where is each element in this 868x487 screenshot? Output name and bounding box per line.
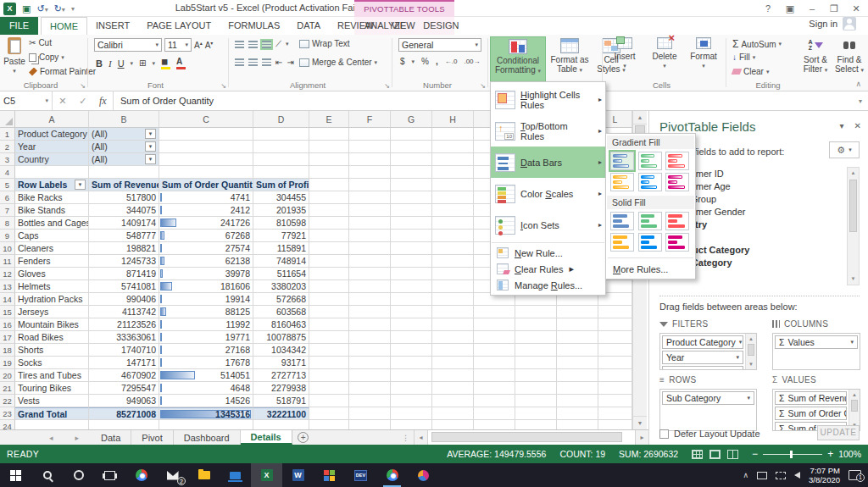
shrink-font-icon[interactable]: A▾ [205, 40, 214, 50]
cell[interactable] [557, 357, 598, 369]
cell[interactable] [391, 141, 432, 153]
autosum-button[interactable]: ΣAutoSum▾ [732, 38, 782, 50]
solid-databar-swatch-3[interactable] [610, 233, 634, 252]
cell[interactable] [432, 204, 474, 217]
zoom-out-icon[interactable]: − [752, 448, 758, 460]
cell[interactable] [557, 369, 598, 382]
cell[interactable] [432, 395, 474, 407]
cell[interactable] [515, 357, 557, 369]
cell[interactable]: Helmets [15, 280, 89, 293]
expand-formula-bar-icon[interactable]: ▾ [853, 91, 868, 110]
comma-style-icon[interactable]: , [436, 57, 438, 66]
cell[interactable] [598, 357, 632, 369]
cell[interactable] [309, 255, 349, 268]
cell[interactable]: Country [15, 153, 89, 166]
values-chip-sum-of-order-quan-[interactable]: ΣSum of Order Quan...▾ [775, 407, 847, 420]
row-header-12[interactable]: 12 [0, 268, 15, 280]
row-header-6[interactable]: 6 [0, 191, 15, 204]
cell[interactable] [474, 344, 515, 357]
align-middle-icon[interactable] [248, 41, 258, 48]
column-header-G[interactable]: G [391, 111, 432, 128]
cell[interactable]: 810598 [253, 217, 309, 230]
cell[interactable] [432, 344, 474, 357]
chip-dropdown-icon[interactable]: ▾ [747, 395, 750, 401]
browser-taskbar-button[interactable] [376, 463, 408, 487]
cell[interactable] [432, 293, 474, 306]
cell[interactable] [515, 395, 557, 407]
defer-checkbox[interactable] [659, 429, 669, 439]
horizontal-scrollbar[interactable] [427, 430, 635, 445]
cell[interactable]: Gloves [15, 268, 89, 280]
cell[interactable]: 14526 [159, 395, 253, 407]
cell[interactable]: 77921 [253, 230, 309, 242]
cell[interactable] [391, 230, 432, 242]
align-bottom-icon[interactable] [262, 41, 271, 48]
cell[interactable] [515, 318, 557, 331]
cell[interactable]: 1409174 [89, 217, 159, 230]
row-header-24[interactable]: 24 [0, 420, 15, 429]
cell[interactable]: 241726 [159, 217, 253, 230]
cell[interactable]: 4670902 [89, 369, 159, 382]
cell[interactable] [391, 179, 432, 191]
underline-button[interactable]: U [118, 58, 125, 69]
row-header-20[interactable]: 20 [0, 369, 15, 382]
volume-icon[interactable] [794, 472, 800, 479]
tiles-app-button[interactable] [314, 463, 345, 487]
cell[interactable] [159, 420, 253, 429]
cell[interactable] [349, 153, 391, 166]
cell[interactable]: 8160463 [253, 318, 309, 331]
bold-button[interactable]: B [96, 58, 103, 69]
row-header-22[interactable]: 22 [0, 395, 15, 407]
task-view-button[interactable] [94, 463, 125, 487]
increase-indent-icon[interactable]: ⇥ [287, 58, 293, 67]
hscroll-right-icon[interactable]: ▸ [635, 430, 648, 445]
percent-style-icon[interactable]: % [421, 57, 429, 66]
redo-icon[interactable]: ↻▾ [54, 4, 65, 14]
restore-button[interactable]: ❐ [824, 1, 844, 16]
field-scroll-thumb[interactable] [849, 180, 857, 232]
cell[interactable] [557, 318, 598, 331]
align-top-icon[interactable] [235, 41, 244, 48]
wrap-text-button[interactable]: Wrap Text [299, 39, 350, 48]
align-left-icon[interactable] [235, 58, 244, 66]
cell[interactable] [391, 344, 432, 357]
cell[interactable] [391, 204, 432, 217]
paint-app-button[interactable] [408, 463, 439, 487]
cell[interactable] [432, 166, 474, 179]
cell[interactable] [309, 179, 349, 191]
cell[interactable] [557, 395, 598, 407]
cell[interactable]: 748914 [253, 255, 309, 268]
cell[interactable] [349, 268, 391, 280]
row-header-2[interactable]: 2 [0, 141, 15, 153]
menu-item-icon-sets[interactable]: Icon Sets▸ [491, 209, 605, 241]
cell[interactable]: Cleaners [15, 242, 89, 255]
cell[interactable]: ▼Row Labels [15, 179, 89, 191]
cell[interactable] [349, 191, 391, 204]
cell[interactable]: 32221100 [253, 407, 309, 420]
cell[interactable] [432, 153, 474, 166]
format-painter-button[interactable]: Format Painter [29, 67, 96, 76]
dev-app-button[interactable]: DEV [345, 463, 376, 487]
normal-view-icon[interactable] [692, 450, 703, 459]
tab-design[interactable]: DESIGN [415, 17, 467, 35]
cell[interactable]: 3380203 [253, 280, 309, 293]
accounting-format-icon[interactable]: $ [400, 57, 405, 66]
gradient-databar-swatch-5[interactable] [665, 173, 689, 191]
values-scrollbar[interactable]: ▲▼ [849, 390, 860, 430]
cell[interactable]: 511654 [253, 268, 309, 280]
cell[interactable] [349, 344, 391, 357]
cell[interactable] [349, 128, 391, 141]
row-header-1[interactable]: 1 [0, 128, 15, 141]
cell[interactable] [598, 306, 632, 318]
file-explorer-button[interactable] [188, 463, 220, 487]
cell[interactable] [309, 230, 349, 242]
number-dialog-launcher-icon[interactable]: ↘ [480, 82, 486, 90]
chip-dropdown-icon[interactable]: ▾ [739, 339, 743, 346]
cell[interactable] [309, 268, 349, 280]
columns-chip-values[interactable]: ΣValues▾ [775, 335, 858, 349]
cell[interactable] [391, 331, 432, 344]
cell[interactable]: 88125 [159, 306, 253, 318]
cell[interactable] [159, 166, 253, 179]
pane-close-icon[interactable]: ✕ [854, 121, 861, 130]
close-button[interactable]: ✕ [846, 1, 866, 16]
